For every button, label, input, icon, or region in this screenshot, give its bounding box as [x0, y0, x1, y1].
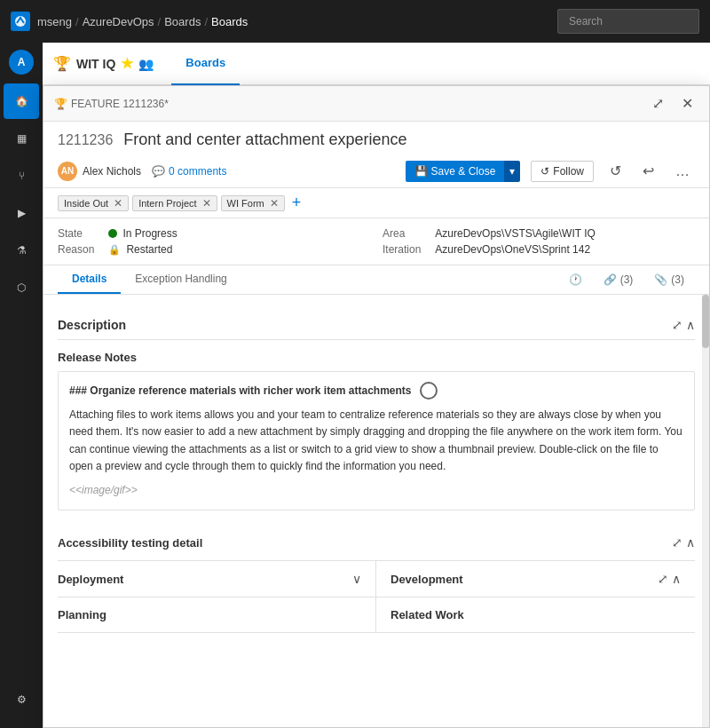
add-tag-button[interactable]: +	[288, 194, 305, 212]
more-actions-button[interactable]: …	[670, 161, 695, 182]
development-expand-button[interactable]: ⤢	[658, 572, 668, 586]
development-item: Development ⤢ ∧	[376, 561, 695, 597]
breadcrumb-azuredevops[interactable]: AzureDevOps	[83, 15, 154, 28]
wit-badge: 🏆 WIT IQ ★ 👥	[53, 55, 154, 72]
comments-button[interactable]: 💬 0 comments	[152, 165, 226, 178]
sidebar-item-pipelines[interactable]: ▶	[4, 195, 39, 231]
breadcrumb-boards1[interactable]: Boards	[164, 15, 201, 28]
assignee: AN Alex Nichols	[58, 162, 141, 181]
tag-remove-intern-project[interactable]: ✕	[202, 197, 211, 210]
topbar: mseng / AzureDevOps / Boards / Boards	[0, 0, 710, 43]
tab-exception-label: Exception Handling	[135, 273, 226, 285]
save-close-group: 💾 Save & Close ▾	[406, 161, 521, 182]
scrollbar-track	[702, 295, 709, 727]
tab-boards[interactable]: Boards	[171, 43, 240, 85]
modal-toolbar: AN Alex Nichols 💬 0 comments 💾 Save & Cl…	[43, 154, 709, 188]
accessibility-title: Accessibility testing detail	[58, 536, 202, 550]
refresh-button[interactable]: ↺	[604, 160, 627, 182]
comment-icon: 💬	[152, 165, 165, 178]
deployment-chevron-down[interactable]: ∨	[352, 572, 361, 586]
deployment-item: Deployment ∨	[58, 561, 376, 597]
modal-title-row: 1211236 Front and center attachment expe…	[43, 122, 709, 154]
wit-trophy-icon: 🏆	[53, 55, 71, 72]
release-notes-image: <<image/gif>>	[69, 482, 683, 499]
save-dropdown-button[interactable]: ▾	[504, 161, 520, 182]
iteration-value[interactable]: AzureDevOps\OneVS\Sprint 142	[435, 243, 695, 256]
tab-exception-handling[interactable]: Exception Handling	[121, 265, 241, 294]
area-label: Area	[383, 227, 421, 240]
close-button[interactable]: ✕	[676, 93, 698, 114]
accessibility-expand-button[interactable]: ⤢	[672, 535, 682, 550]
planning-label: Planning	[58, 608, 106, 621]
accessibility-header[interactable]: Accessibility testing detail ⤢ ∧	[58, 525, 695, 560]
modal-header-actions: ⤢ ✕	[647, 93, 698, 114]
assignee-avatar: AN	[58, 162, 77, 181]
deployment-actions: ∨	[352, 572, 361, 586]
accessibility-collapse-button[interactable]: ∧	[686, 535, 695, 550]
related-work-item: Related Work	[376, 597, 695, 632]
sidebar-item-repos[interactable]: ⑂	[4, 158, 39, 194]
tags-row: Inside Out ✕ Intern Project ✕ WI Form ✕ …	[43, 188, 709, 218]
feature-label: 🏆 FEATURE 1211236*	[54, 98, 169, 110]
modal-header: 🏆 FEATURE 1211236* ⤢ ✕	[43, 86, 709, 122]
sidebar-item-home[interactable]: 🏠	[4, 83, 39, 119]
development-collapse-button[interactable]: ∧	[672, 572, 681, 586]
state-text: In Progress	[122, 227, 177, 240]
content-tabs: Details Exception Handling 🕐 🔗 (3) 📎 (3)	[43, 265, 709, 295]
release-notes-box[interactable]: ### Organize reference materials with ri…	[58, 371, 695, 510]
tab-attachments[interactable]: 📎 (3)	[643, 265, 695, 294]
main-area: 🏆 FEATURE 1211236* ⤢ ✕ 1211236 Front and…	[43, 85, 710, 728]
description-expand-button[interactable]: ⤢	[672, 318, 682, 332]
app-logo[interactable]	[11, 12, 30, 31]
tag-label: Intern Project	[138, 198, 196, 209]
repos-icon: ⑂	[19, 170, 25, 182]
links-icon: 🔗	[604, 273, 617, 286]
undo-button[interactable]: ↩	[637, 160, 659, 182]
sidebar-item-test[interactable]: ⚗	[4, 233, 39, 268]
scrollbar-thumb[interactable]	[702, 295, 709, 348]
tab-links[interactable]: 🔗 (3)	[593, 265, 644, 294]
search-input[interactable]	[557, 9, 699, 34]
tab-details[interactable]: Details	[58, 265, 121, 294]
wit-label: WIT IQ	[76, 57, 115, 71]
assignee-name[interactable]: Alex Nichols	[83, 165, 141, 178]
expand-button[interactable]: ⤢	[647, 93, 669, 114]
iteration-label: Iteration	[383, 243, 421, 256]
tab-history[interactable]: 🕐	[558, 265, 593, 294]
release-notes-body: Attaching files to work items allows you…	[69, 407, 683, 475]
work-item-modal: 🏆 FEATURE 1211236* ⤢ ✕ 1211236 Front and…	[43, 85, 710, 728]
team-icon: 👥	[138, 57, 154, 71]
attachments-icon: 📎	[654, 273, 667, 286]
sidebar-settings[interactable]: ⚙	[4, 682, 39, 717]
description-collapse-button[interactable]: ∧	[686, 318, 695, 332]
state-value[interactable]: In Progress	[108, 227, 368, 240]
follow-button[interactable]: ↺ Follow	[531, 161, 594, 182]
breadcrumb-mseng[interactable]: mseng	[37, 15, 72, 28]
star-icon[interactable]: ★	[121, 55, 133, 72]
sidebar: A 🏠 ▦ ⑂ ▶ ⚗ ⬡ ⚙	[0, 43, 43, 728]
sidebar-item-artifacts[interactable]: ⬡	[4, 270, 39, 305]
related-work-label: Related Work	[390, 608, 464, 621]
work-item-id: 1211236	[58, 132, 113, 148]
avatar[interactable]: A	[9, 50, 34, 75]
follow-icon: ↺	[540, 165, 549, 178]
state-label: State	[58, 227, 94, 240]
status-dot	[108, 229, 117, 238]
save-close-button[interactable]: 💾 Save & Close	[406, 161, 505, 182]
sidebar-item-boards[interactable]: ▦	[4, 121, 39, 156]
description-title: Description	[58, 318, 126, 332]
tag-remove-wi-form[interactable]: ✕	[270, 197, 279, 210]
accessibility-section: Accessibility testing detail ⤢ ∧	[58, 525, 695, 561]
tag-inside-out: Inside Out ✕	[58, 195, 129, 211]
reason-text[interactable]: Restarted	[126, 243, 172, 256]
development-actions: ⤢ ∧	[658, 572, 681, 586]
breadcrumb-boards2[interactable]: Boards	[211, 15, 248, 28]
save-close-label: Save & Close	[431, 165, 496, 178]
tab-details-label: Details	[72, 273, 106, 285]
tag-remove-inside-out[interactable]: ✕	[114, 197, 122, 210]
release-notes-heading: ### Organize reference materials with ri…	[69, 383, 683, 400]
boards-icon: ▦	[17, 132, 27, 145]
work-item-title[interactable]: Front and center attachment experience	[123, 131, 406, 149]
modal-body: Description ⤢ ∧ Release Notes ### Organi…	[43, 295, 709, 727]
area-value[interactable]: AzureDevOps\VSTS\Agile\WIT IQ	[435, 227, 695, 240]
